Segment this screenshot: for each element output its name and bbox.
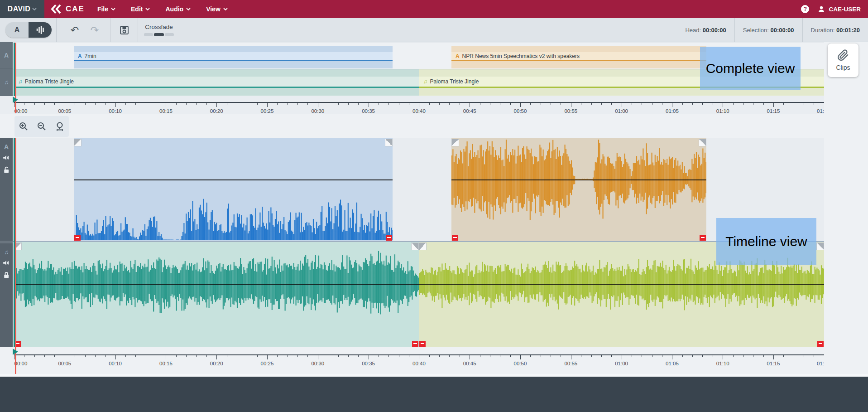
crossfade-button[interactable]: Crossfade <box>138 18 180 42</box>
lock-open-icon[interactable] <box>0 166 13 175</box>
overview-track-a-icon[interactable]: A <box>0 51 13 59</box>
user-menu[interactable]: CAE-USER <box>817 5 861 13</box>
ruler-tick <box>166 103 166 107</box>
ruler-tick <box>277 103 278 105</box>
clip-trim-handle-left[interactable] <box>74 139 82 146</box>
overview-clip-label: ♫Paloma Triste Jingle <box>423 77 479 87</box>
timeline-clip-region[interactable] <box>451 138 706 241</box>
waveform-mode-button[interactable] <box>29 22 52 38</box>
ruler-label: 01:10 <box>716 361 729 366</box>
ruler-tick <box>632 103 632 105</box>
fade-marker-left[interactable] <box>452 235 458 241</box>
ruler-tick <box>622 103 622 107</box>
ruler-tick <box>186 103 187 105</box>
timeline-playhead-flag[interactable] <box>13 349 18 355</box>
toolbar-separator <box>110 18 110 42</box>
clip-trim-handle-right[interactable] <box>816 242 824 250</box>
fade-marker-left[interactable] <box>419 341 426 347</box>
overview-track-music-icon[interactable]: ♫ <box>0 78 13 86</box>
ruler-tick <box>54 355 55 357</box>
clip-trim-handle-right[interactable] <box>699 139 706 146</box>
ruler-label: 00:10 <box>109 361 122 366</box>
cae-audio-editor-window: DAViD CAE File Edit Audio V <box>0 0 868 412</box>
ruler-tick <box>480 355 480 357</box>
gain-line[interactable] <box>451 179 706 180</box>
undo-button[interactable]: ↶ <box>65 20 85 40</box>
ruler-tick <box>530 103 531 105</box>
ruler-tick <box>541 355 541 357</box>
ruler-tick <box>551 103 551 105</box>
fade-marker-right[interactable] <box>700 235 706 241</box>
zoom-in-icon[interactable] <box>19 121 29 131</box>
ruler-tick <box>571 103 571 107</box>
clips-panel-button[interactable]: Clips <box>828 44 858 77</box>
clip-trim-handle-right[interactable] <box>385 139 393 146</box>
timeline-clip-region[interactable] <box>14 242 419 347</box>
zoom-fit-icon[interactable] <box>55 121 65 131</box>
redo-button[interactable]: ↷ <box>85 20 105 40</box>
ruler-tick <box>702 355 703 357</box>
ruler-tick <box>692 355 693 357</box>
ruler-tick <box>622 355 622 359</box>
ruler-label: 00:50 <box>514 108 527 114</box>
clip-band <box>74 52 393 60</box>
ruler-tick <box>551 355 551 357</box>
ruler-tick <box>186 355 187 357</box>
ruler-tick <box>500 103 500 105</box>
menu-edit[interactable]: Edit <box>131 5 150 13</box>
fade-marker-right[interactable] <box>817 341 824 347</box>
ruler-tick <box>369 103 369 107</box>
speaker-icon[interactable] <box>0 155 13 163</box>
clip-trim-handle-left[interactable] <box>451 139 459 146</box>
menu-file[interactable]: File <box>97 5 115 13</box>
ruler-label: 01:05 <box>666 361 679 366</box>
ruler-tick <box>135 355 136 357</box>
overview-clip[interactable]: ANPR News 5min Speechmatics v2 with spea… <box>451 46 706 68</box>
overview-clip[interactable]: ♫Paloma Triste Jingle <box>14 69 419 96</box>
save-button[interactable] <box>114 20 134 40</box>
zoom-out-icon[interactable] <box>37 121 47 131</box>
text-mode-button[interactable]: A <box>5 22 29 38</box>
ruler-label: 00:55 <box>564 108 577 114</box>
ruler-tick <box>288 355 288 357</box>
timeline-ruler[interactable]: 00:0000:0500:1000:1500:2000:2500:3000:35… <box>0 348 824 374</box>
david-logo[interactable]: DAViD <box>0 0 44 18</box>
clip-band <box>451 46 706 52</box>
fade-marker-left[interactable] <box>74 235 81 241</box>
fade-marker-right[interactable] <box>412 341 418 347</box>
menu-bar: DAViD CAE File Edit Audio V <box>0 0 868 18</box>
timeline-tracks[interactable] <box>13 138 824 347</box>
overview-clip[interactable]: A7min <box>74 46 393 68</box>
speaker-icon[interactable] <box>0 260 13 268</box>
ruler-tick <box>379 355 379 357</box>
ruler-label: 01:00 <box>615 361 628 366</box>
selection-label: Selection: <box>743 27 769 34</box>
ruler-tick <box>105 355 106 357</box>
status-selection: Selection: 00:00:00 <box>735 27 802 34</box>
ruler-tick <box>419 355 419 359</box>
callout-complete-view: Complete view <box>700 47 801 90</box>
menu-view[interactable]: View <box>206 5 228 13</box>
clip-band <box>14 88 419 96</box>
gain-line[interactable] <box>74 179 393 180</box>
overview-playhead-flag[interactable] <box>13 97 18 103</box>
menubar-right: ? CAE-USER <box>801 5 868 13</box>
timeline-cursor-line[interactable] <box>15 138 16 374</box>
gain-line[interactable] <box>14 284 824 285</box>
ruler-tick <box>773 103 774 107</box>
ruler-tick <box>307 103 308 105</box>
ruler-tick <box>297 103 298 105</box>
fade-marker-right[interactable] <box>386 235 392 241</box>
lock-closed-icon[interactable] <box>0 271 13 281</box>
ruler-tick <box>733 355 734 357</box>
timeline-clip-region[interactable] <box>74 138 393 241</box>
clip-trim-handle-left[interactable] <box>419 242 427 250</box>
ruler-tick <box>723 103 723 107</box>
overview-timeline-ruler[interactable]: 00:0000:0500:1000:1500:2000:2500:3000:35… <box>0 96 824 114</box>
chevron-down-icon <box>111 8 115 11</box>
clip-trim-handle-right[interactable] <box>411 242 419 250</box>
help-icon[interactable]: ? <box>801 5 809 13</box>
menu-audio[interactable]: Audio <box>165 5 191 13</box>
overview-clip-label: ANPR News 5min Speechmatics v2 with spea… <box>456 52 580 60</box>
ruler-label: 00:15 <box>159 361 173 366</box>
